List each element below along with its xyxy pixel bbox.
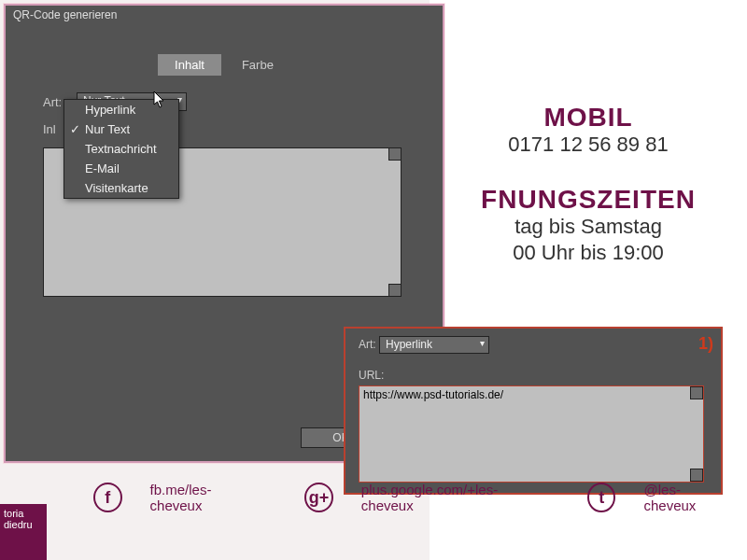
tab-inhalt[interactable]: Inhalt: [158, 54, 221, 76]
art-label-2: Art:: [359, 338, 376, 351]
scroll-up-icon[interactable]: [690, 386, 703, 399]
step-badge: 1): [698, 334, 713, 354]
twitter-label: @les-cheveux: [643, 482, 728, 513]
cursor-icon: [153, 91, 166, 108]
hyperlink-panel: 1) Art: Hyperlink URL: https://www.psd-t…: [344, 327, 723, 495]
open-line1: tag bis Samstag: [430, 215, 747, 239]
scroll-down-icon[interactable]: [388, 284, 402, 297]
twitter-icon[interactable]: t: [587, 483, 616, 512]
mobil-value: 0171 12 56 89 81: [430, 133, 747, 157]
open-heading: FNUNGSZEITEN: [430, 185, 747, 215]
scroll-down-icon[interactable]: [690, 469, 703, 482]
option-email[interactable]: E-Mail: [64, 159, 178, 178]
facebook-label: fb.me/les-cheveux: [150, 482, 259, 513]
googleplus-icon[interactable]: g+: [304, 483, 333, 512]
scroll-up-icon[interactable]: [388, 147, 402, 161]
corner-watermark: toriadiedru: [0, 504, 47, 560]
open-line2: 00 Uhr bis 19:00: [430, 241, 747, 265]
url-label: URL:: [359, 369, 708, 382]
option-visitenkarte[interactable]: Visitenkarte: [64, 178, 178, 198]
mobil-heading: MOBIL: [430, 103, 747, 133]
option-textnachricht[interactable]: Textnachricht: [64, 139, 178, 159]
tab-farbe[interactable]: Farbe: [225, 54, 290, 76]
art-select-2[interactable]: Hyperlink: [379, 336, 489, 354]
googleplus-label: plus.google.com/+les-cheveux: [361, 482, 541, 513]
dialog-title: QR-Code generieren: [6, 6, 443, 26]
facebook-icon[interactable]: f: [93, 483, 122, 512]
url-input[interactable]: https://www.psd-tutorials.de/: [359, 385, 704, 483]
url-value: https://www.psd-tutorials.de/: [363, 388, 503, 401]
social-row: f fb.me/les-cheveux g+ plus.google.com/+…: [93, 482, 747, 513]
art-dropdown: Hyperlink Nur Text Textnachricht E-Mail …: [63, 99, 179, 199]
option-nurtext[interactable]: Nur Text: [64, 119, 178, 139]
